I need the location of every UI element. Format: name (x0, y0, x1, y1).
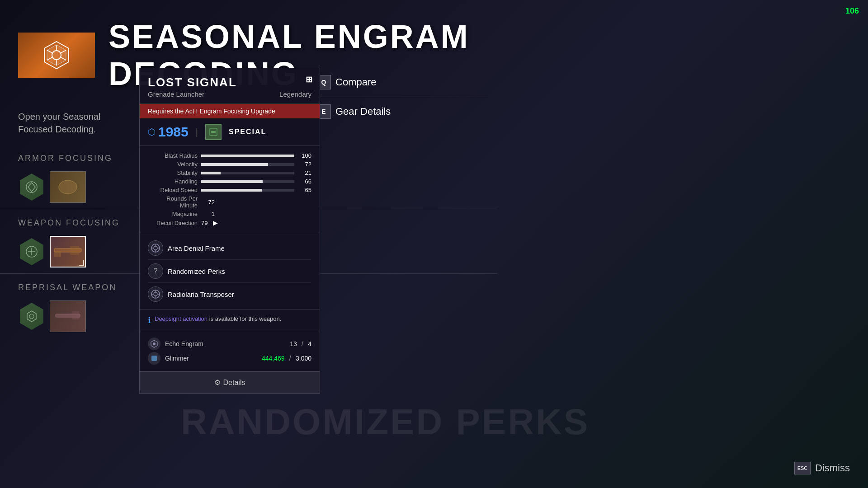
slot-svg (209, 127, 218, 136)
stat-row-recoil: Recoil Direction 79 ▶ (148, 219, 311, 226)
stat-bar-fill-reload (201, 189, 262, 192)
armor-thumbnail (50, 171, 86, 203)
cost-engram-current: 13 (290, 340, 297, 347)
reprisal-thumbnail-wrap (50, 300, 86, 332)
stat-name-recoil: Recoil Direction (148, 220, 198, 226)
cost-separator-2: / (289, 354, 291, 362)
radiolaria-svg (151, 289, 160, 299)
svg-rect-14 (54, 251, 61, 257)
compare-label: Compare (335, 76, 376, 88)
dismiss-button[interactable]: ESC Dismiss (794, 462, 850, 474)
deepsight-suffix: is available for this weapon. (208, 315, 281, 322)
stat-name-rpm: Rounds Per Minute (148, 195, 198, 209)
svg-rect-34 (151, 356, 157, 361)
armor-hex-icon (18, 174, 45, 201)
stat-bar-fill-stability (201, 172, 221, 174)
details-icon: ⚙ (214, 378, 221, 387)
deepsight-text: Deepsight activation is available for th… (155, 315, 281, 323)
gear-details-option[interactable]: E Gear Details (316, 97, 488, 126)
perk-radiolaria-icon (148, 286, 163, 302)
stat-value-recoil: 79 (201, 220, 208, 226)
cost-engram-required: 4 (308, 340, 311, 347)
engram-icon (41, 39, 72, 71)
desc-line2: Focused Decoding. (18, 124, 96, 134)
stat-name-blast: Blast Radius (148, 152, 198, 159)
svg-rect-12 (54, 249, 81, 252)
stat-bar-fill-blast (201, 155, 294, 157)
armor-inner-icon (24, 179, 40, 195)
slot-divider: | (196, 127, 198, 137)
costs-area: Echo Engram 13 / 4 Glimmer 444,469 / 3,0… (140, 331, 320, 371)
slot-label: SPECIAL (229, 128, 266, 136)
stat-bar-blast (201, 155, 294, 157)
recoil-arrow-icon: ▶ (213, 219, 218, 226)
reprisal-inner-icon (24, 308, 40, 324)
stat-name-magazine: Magazine (148, 211, 198, 217)
power-arrow-icon: ⬡ (148, 127, 156, 137)
compare-icon: ⊞ (306, 75, 312, 84)
perks-area: Area Denial Frame ? Randomized Perks (140, 233, 320, 310)
cost-glimmer-current: 444,469 (262, 355, 285, 362)
cost-separator-1: / (302, 340, 303, 348)
cost-row-engram: Echo Engram 13 / 4 (148, 338, 311, 350)
cost-glimmer-name: Glimmer (165, 355, 257, 362)
info-icon: ℹ (148, 315, 151, 325)
perk-intrinsic-name: Area Denial Frame (168, 244, 225, 252)
item-header: ⊞ LOST SIGNAL Grenade Launcher Legendary (140, 68, 320, 104)
svg-rect-19 (211, 131, 216, 133)
weapon-thumbnail-wrap[interactable] (50, 236, 86, 267)
glimmer-svg (150, 354, 158, 362)
svg-rect-13 (70, 246, 79, 255)
perk-radiolaria-name: Radiolaria Transposer (168, 291, 234, 298)
compare-option[interactable]: Q Compare (316, 68, 488, 97)
svg-point-15 (29, 314, 34, 319)
stat-row-reload: Reload Speed 65 (148, 187, 311, 193)
cost-row-glimmer: Glimmer 444,469 / 3,000 (148, 352, 311, 365)
stat-row-magazine: Magazine 1 (148, 211, 311, 217)
stat-row-stability: Stability 21 (148, 169, 311, 176)
perk-randomized-icon: ? (148, 263, 163, 279)
stat-bar-velocity (201, 163, 294, 166)
power-icon-group: ⬡ 1985 (148, 124, 189, 140)
perk-randomized-row: ? Randomized Perks (148, 260, 311, 283)
detail-panel: ⊞ LOST SIGNAL Grenade Launcher Legendary… (139, 68, 320, 394)
item-type-row: Grenade Launcher Legendary (148, 90, 311, 98)
counter-display: 106 (845, 6, 859, 16)
gear-details-label: Gear Details (335, 106, 391, 117)
stat-row-blast: Blast Radius 100 (148, 152, 311, 159)
weapon-thumbnail-selected[interactable] (50, 236, 86, 267)
reprisal-thumbnail (50, 300, 86, 332)
details-button[interactable]: ⚙ Details (140, 371, 320, 393)
power-number: 1985 (158, 124, 189, 140)
stat-bar-stability (201, 172, 294, 174)
armor-thumbnail-wrap (50, 171, 86, 203)
stat-bar-fill-velocity (201, 163, 268, 166)
svg-rect-17 (72, 311, 79, 319)
stat-value-blast: 100 (298, 152, 311, 159)
weapon-shape-svg (52, 240, 84, 263)
weapon-inner-icon (24, 244, 40, 260)
stat-name-velocity: Velocity (148, 161, 198, 168)
question-mark-icon: ? (154, 267, 158, 275)
stat-value-handling: 66 (298, 178, 311, 185)
armor-shape (54, 176, 81, 198)
details-label: Details (223, 379, 245, 387)
svg-point-27 (154, 292, 157, 296)
item-name: LOST SIGNAL (148, 75, 311, 89)
svg-rect-16 (56, 314, 80, 317)
description-area: Open your Seasonal Focused Decoding. (0, 101, 145, 145)
dismiss-label: Dismiss (815, 462, 850, 474)
reprisal-hex-icon (18, 303, 45, 330)
stat-value-stability: 21 (298, 169, 311, 176)
weapon-hex-icon (18, 238, 45, 265)
item-type: Grenade Launcher (148, 90, 204, 98)
svg-point-10 (59, 180, 77, 194)
perk-intrinsic-icon (148, 240, 163, 256)
stat-value-rpm: 72 (201, 199, 215, 206)
svg-point-33 (153, 343, 156, 345)
item-rarity: Legendary (279, 90, 311, 98)
area-denial-svg (151, 243, 160, 253)
cursor-indicator (79, 260, 84, 266)
stats-area: Blast Radius 100 Velocity 72 Stability 2… (140, 146, 320, 233)
deepsight-link: Deepsight activation (155, 315, 208, 322)
